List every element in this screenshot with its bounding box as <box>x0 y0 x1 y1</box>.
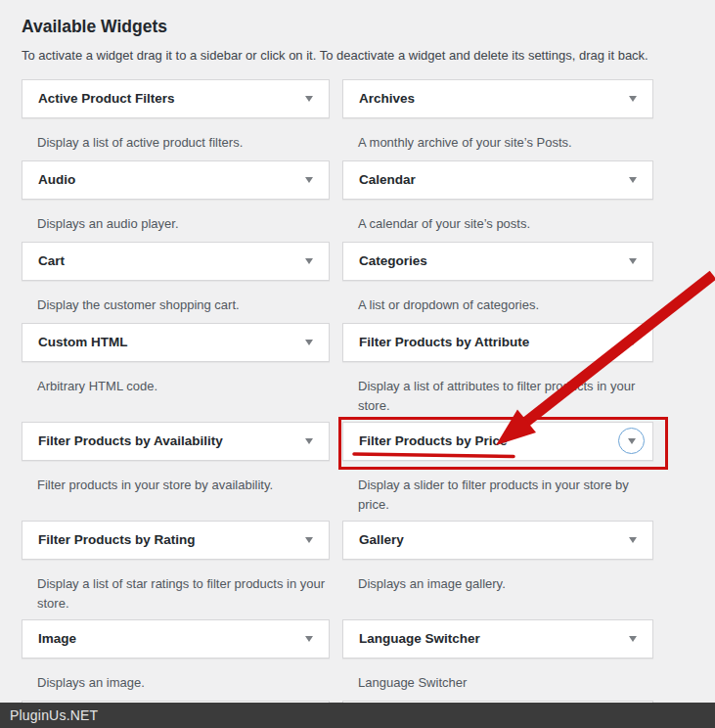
widget-cell: Archives A monthly archive of your site’… <box>342 79 653 160</box>
widget-description: A monthly archive of your site’s Posts. <box>358 133 653 154</box>
widget-toggle-button[interactable] <box>629 636 637 642</box>
chevron-down-icon <box>629 537 637 543</box>
chevron-down-icon <box>305 438 313 444</box>
chevron-down-icon <box>629 636 637 642</box>
widget-cell: Filter Products by Price Display a slide… <box>342 422 653 521</box>
widget-description: Displays an image. <box>37 673 330 694</box>
widget-row: Custom HTML Arbitrary HTML code. Filter … <box>22 323 653 422</box>
widget-toggle-button[interactable] <box>629 177 637 183</box>
watermark-bar: PluginUs.NET <box>0 703 715 728</box>
widget-card-audio[interactable]: Audio <box>22 160 330 200</box>
widget-card-gallery[interactable]: Gallery <box>342 521 653 560</box>
widget-toggle-button[interactable] <box>629 340 637 345</box>
widget-description: A calendar of your site’s posts. <box>358 214 653 235</box>
widget-card-cart[interactable]: Cart <box>22 242 330 281</box>
widget-card-filter-products-by-price[interactable]: Filter Products by Price <box>342 422 653 461</box>
widget-description: Display a list of star ratings to filter… <box>37 574 330 614</box>
widget-cell: Active Product Filters Display a list of… <box>22 79 330 160</box>
page-title: Available Widgets <box>0 0 715 38</box>
widget-description: Display the customer shopping cart. <box>37 296 330 316</box>
widget-toggle-button[interactable] <box>305 258 313 264</box>
widget-title: Filter Products by Availability <box>38 433 223 448</box>
widget-title: Filter Products by Attribute <box>359 335 529 349</box>
widget-card-categories[interactable]: Categories <box>342 242 653 281</box>
available-widgets-grid: Active Product Filters Display a list of… <box>22 79 653 708</box>
widget-row: Filter Products by Availability Filter p… <box>22 422 653 521</box>
widget-row: Audio Displays an audio player. Calendar… <box>22 160 653 242</box>
widget-card-language-switcher[interactable]: Language Switcher <box>342 619 653 659</box>
widget-title: Active Product Filters <box>38 91 175 106</box>
widget-title: Gallery <box>359 532 404 547</box>
page-subtitle: To activate a widget drag it to a sideba… <box>0 46 715 66</box>
widget-title: Filter Products by Price <box>359 433 508 448</box>
watermark-brand: PluginUs.NET <box>0 707 98 723</box>
widget-toggle-button[interactable] <box>305 340 313 345</box>
widget-description: Display a list of active product filters… <box>37 133 330 154</box>
widget-card-filter-products-by-availability[interactable]: Filter Products by Availability <box>22 422 330 461</box>
widget-title: Archives <box>359 91 415 106</box>
widget-toggle-button[interactable] <box>629 537 637 543</box>
chevron-down-icon <box>629 177 637 183</box>
widget-title: Language Switcher <box>359 631 480 646</box>
chevron-down-icon <box>305 340 313 345</box>
widget-card-image[interactable]: Image <box>22 619 330 659</box>
widget-card-filter-products-by-rating[interactable]: Filter Products by Rating <box>22 521 330 560</box>
widget-title: Calendar <box>359 172 416 187</box>
chevron-down-icon <box>305 636 313 642</box>
widget-title: Image <box>38 631 76 646</box>
chevron-down-icon <box>629 96 637 102</box>
widget-description: Language Switcher <box>358 673 653 694</box>
widget-description: A list or dropdown of categories. <box>358 296 653 316</box>
widget-title: Filter Products by Rating <box>38 532 196 547</box>
widget-cell: Filter Products by Rating Display a list… <box>22 521 330 619</box>
widget-row: Active Product Filters Display a list of… <box>22 79 653 160</box>
widget-cell: Audio Displays an audio player. <box>22 160 330 242</box>
widget-title: Cart <box>38 253 65 268</box>
widget-toggle-button[interactable] <box>305 96 313 102</box>
chevron-down-icon <box>305 537 313 543</box>
chevron-down-icon <box>629 340 637 345</box>
widget-card-custom-html[interactable]: Custom HTML <box>22 323 330 362</box>
widget-toggle-button[interactable] <box>305 636 313 642</box>
widget-toggle-button[interactable] <box>305 438 313 444</box>
widget-cell: Language Switcher Language Switcher <box>342 619 653 701</box>
widget-title: Categories <box>359 253 427 268</box>
chevron-down-icon <box>305 96 313 102</box>
chevron-down-icon <box>305 177 313 183</box>
widget-description: Displays an audio player. <box>37 214 330 235</box>
widget-title: Custom HTML <box>38 335 128 349</box>
widget-cell: Categories A list or dropdown of categor… <box>342 242 653 323</box>
widget-card-active-product-filters[interactable]: Active Product Filters <box>22 79 330 118</box>
widget-card-archives[interactable]: Archives <box>342 79 653 118</box>
chevron-down-icon <box>628 438 636 444</box>
chevron-down-icon <box>629 258 637 264</box>
widget-title: Audio <box>38 172 75 187</box>
widget-row: Image Displays an image. Language Switch… <box>22 619 653 701</box>
widget-row: Cart Display the customer shopping cart.… <box>22 242 653 323</box>
widget-description: Filter products in your store by availab… <box>37 476 330 496</box>
widget-cell: Calendar A calendar of your site’s posts… <box>342 160 653 242</box>
widget-cell: Gallery Displays an image gallery. <box>342 521 653 619</box>
widget-description: Arbitrary HTML code. <box>37 377 330 397</box>
widget-card-calendar[interactable]: Calendar <box>342 160 653 200</box>
widget-toggle-button[interactable] <box>629 96 637 102</box>
widget-card-filter-products-by-attribute[interactable]: Filter Products by Attribute <box>342 323 653 362</box>
widget-description: Display a slider to filter products in y… <box>358 476 653 516</box>
widget-toggle-button-focused[interactable] <box>618 428 645 454</box>
chevron-down-icon <box>305 258 313 264</box>
widget-toggle-button[interactable] <box>629 258 637 264</box>
widget-description: Display a list of attributes to filter p… <box>358 377 653 417</box>
widget-cell: Filter Products by Attribute Display a l… <box>342 323 653 422</box>
widget-toggle-button[interactable] <box>305 177 313 183</box>
widget-cell: Filter Products by Availability Filter p… <box>22 422 330 521</box>
widget-description: Displays an image gallery. <box>358 574 653 595</box>
widget-cell: Cart Display the customer shopping cart. <box>22 242 330 323</box>
widget-cell: Image Displays an image. <box>22 619 330 701</box>
widget-cell: Custom HTML Arbitrary HTML code. <box>22 323 330 422</box>
widget-row: Filter Products by Rating Display a list… <box>22 521 653 619</box>
widget-toggle-button[interactable] <box>305 537 313 543</box>
